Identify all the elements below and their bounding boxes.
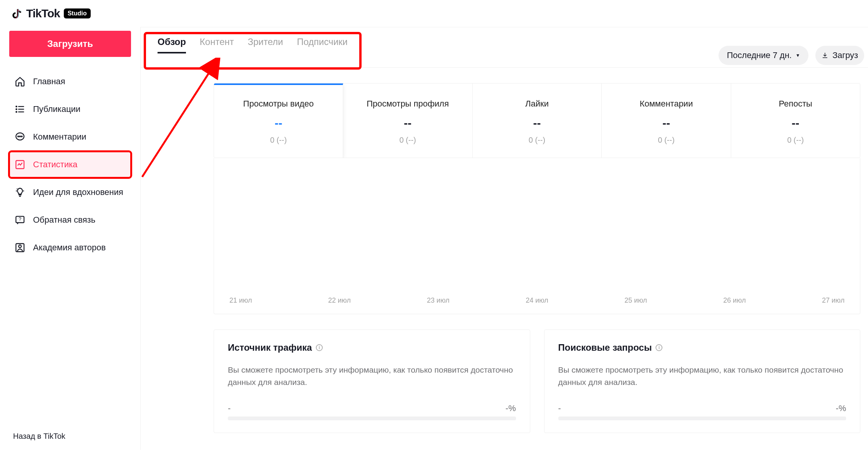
svg-point-5 <box>16 112 17 112</box>
home-icon <box>15 76 25 87</box>
panel-description: Вы сможете просмотреть эту информацию, к… <box>228 364 516 388</box>
sidebar-item-label: Идеи для вдохновения <box>33 187 123 197</box>
tab-overview[interactable]: Обзор <box>158 37 186 53</box>
tab-viewers[interactable]: Зрители <box>248 37 283 53</box>
metric-delta: 0 (--) <box>735 136 856 145</box>
x-tick: 25 июл <box>624 296 647 305</box>
download-icon <box>822 52 828 59</box>
period-dropdown[interactable]: Последние 7 дн. ▼ <box>719 46 809 65</box>
x-tick: 24 июл <box>526 296 548 305</box>
academy-icon <box>15 242 25 253</box>
sidebar-item-feedback[interactable]: ? Обратная связь <box>9 207 131 233</box>
metric-value: -- <box>476 117 597 130</box>
comment-icon <box>15 132 25 142</box>
tiktok-note-icon <box>11 7 22 20</box>
metric-title: Комментарии <box>606 99 727 109</box>
download-button[interactable]: Загруз <box>815 46 864 65</box>
sidebar-item-statistics[interactable]: Статистика <box>9 152 131 178</box>
metric-value: -- <box>347 117 468 130</box>
sidebar-item-label: Публикации <box>33 104 80 114</box>
sidebar-item-label: Обратная связь <box>33 215 95 225</box>
chart-x-axis: 21 июл 22 июл 23 июл 24 июл 25 июл 26 ию… <box>214 296 860 305</box>
period-label: Последние 7 дн. <box>727 50 792 60</box>
metric-title: Лайки <box>476 99 597 109</box>
x-tick: 23 июл <box>427 296 450 305</box>
metric-value: -- <box>218 117 339 130</box>
panel-row-value: -% <box>836 403 846 413</box>
panel-row-label: - <box>558 403 561 413</box>
sidebar-item-label: Комментарии <box>33 132 86 142</box>
metric-card-comments[interactable]: Комментарии -- 0 (--) <box>602 83 731 158</box>
svg-text:?: ? <box>18 216 21 222</box>
chart-area: 21 июл 22 июл 23 июл 24 июл 25 июл 26 ию… <box>214 158 860 314</box>
x-tick: 21 июл <box>229 296 252 305</box>
upload-button[interactable]: Загрузить <box>9 31 131 57</box>
tabs-container: Обзор Контент Зрители Подписчики <box>146 34 359 67</box>
metric-card-reposts[interactable]: Репосты -- 0 (--) <box>731 83 860 158</box>
panel-title-text: Источник трафика <box>228 342 312 353</box>
panel-bar <box>228 416 516 420</box>
panel-bar <box>558 416 846 420</box>
x-tick: 26 июл <box>723 296 746 305</box>
list-icon <box>15 104 25 115</box>
panel-title-text: Поисковые запросы <box>558 342 652 353</box>
sidebar: Загрузить Главная Публикации Комментарии <box>0 27 140 450</box>
metric-title: Просмотры профиля <box>347 99 468 109</box>
bulb-icon <box>15 187 25 198</box>
metric-title: Просмотры видео <box>218 99 339 109</box>
svg-point-9 <box>22 136 22 137</box>
metric-card-video-views[interactable]: Просмотры видео -- 0 (--) <box>214 83 343 158</box>
svg-point-8 <box>20 136 20 137</box>
metric-delta: 0 (--) <box>606 136 727 145</box>
sidebar-item-ideas[interactable]: Идеи для вдохновения <box>9 179 131 205</box>
sidebar-item-label: Академия авторов <box>33 243 106 253</box>
logo-bar: TikTok Studio <box>0 0 868 27</box>
panel-traffic-source: Источник трафика i Вы сможете просмотрет… <box>214 330 530 433</box>
download-label: Загруз <box>832 50 858 60</box>
feedback-icon: ? <box>15 215 25 225</box>
tiktok-wordmark: TikTok <box>26 7 60 20</box>
sidebar-item-comments[interactable]: Комментарии <box>9 124 131 150</box>
sidebar-item-label: Главная <box>33 77 65 87</box>
sidebar-item-academy[interactable]: Академия авторов <box>9 235 131 261</box>
metric-title: Репосты <box>735 99 856 109</box>
info-icon[interactable]: i <box>316 344 323 351</box>
svg-point-3 <box>16 106 17 107</box>
panel-row-label: - <box>228 403 231 413</box>
panel-row-value: -% <box>506 403 516 413</box>
metric-delta: 0 (--) <box>218 136 339 145</box>
metric-card-profile-views[interactable]: Просмотры профиля -- 0 (--) <box>343 83 472 158</box>
info-icon[interactable]: i <box>656 344 662 351</box>
panel-search-queries: Поисковые запросы i Вы сможете просмотре… <box>544 330 861 433</box>
panel-description: Вы сможете просмотреть эту информацию, к… <box>558 364 846 388</box>
metric-delta: 0 (--) <box>476 136 597 145</box>
x-tick: 27 июл <box>822 296 845 305</box>
svg-point-17 <box>19 245 22 248</box>
sidebar-nav: Главная Публикации Комментарии Статистик… <box>9 68 131 261</box>
chevron-down-icon: ▼ <box>795 53 800 58</box>
svg-line-13 <box>17 189 17 189</box>
metric-value: -- <box>606 117 727 130</box>
main-area: Обзор Контент Зрители Подписчики Последн… <box>140 27 868 450</box>
metrics-row: Просмотры видео -- 0 (--) Просмотры проф… <box>214 83 860 158</box>
metric-value: -- <box>735 117 856 130</box>
sidebar-item-label: Статистика <box>33 160 78 170</box>
metric-card-likes[interactable]: Лайки -- 0 (--) <box>473 83 602 158</box>
svg-point-7 <box>18 136 18 137</box>
chart-icon <box>15 159 25 170</box>
back-to-tiktok-link[interactable]: Назад в TikTok <box>9 423 131 450</box>
tab-followers[interactable]: Подписчики <box>297 37 348 53</box>
svg-point-4 <box>16 109 17 110</box>
sidebar-item-posts[interactable]: Публикации <box>9 96 131 122</box>
sidebar-item-home[interactable]: Главная <box>9 68 131 95</box>
tab-content[interactable]: Контент <box>200 37 234 53</box>
studio-badge: Studio <box>64 8 91 18</box>
metric-delta: 0 (--) <box>347 136 468 145</box>
x-tick: 22 июл <box>328 296 351 305</box>
